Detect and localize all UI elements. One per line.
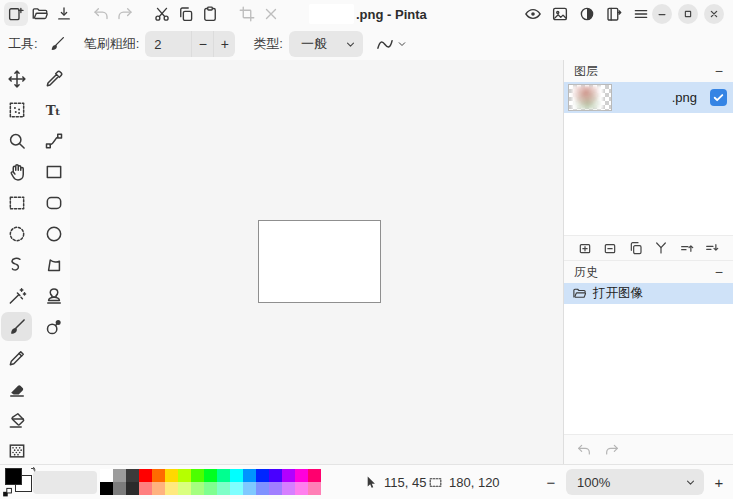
palette-swatch[interactable] [152,469,165,482]
palette-swatch[interactable] [113,469,126,482]
tool-recolor[interactable] [38,312,69,341]
reset-colors-icon[interactable] [2,487,13,498]
palette-swatch[interactable] [308,482,321,495]
tool-rectangle[interactable] [38,157,69,186]
palette-swatch[interactable] [126,482,139,495]
palette-swatch[interactable] [295,482,308,495]
palette-swatch[interactable] [269,482,282,495]
layer-row[interactable]: .png [564,82,733,113]
zoom-out-button[interactable]: − [543,465,559,499]
addins-icon[interactable] [602,2,626,26]
tool-paint-bucket[interactable] [1,405,32,434]
stroke-style-dropdown[interactable] [375,34,408,54]
palette-swatch[interactable] [282,469,295,482]
palette-swatch[interactable] [256,469,269,482]
undo-icon[interactable] [89,2,113,26]
close-button[interactable] [704,4,724,24]
copy-icon[interactable] [174,2,198,26]
layers-collapse-button[interactable]: − [715,64,723,78]
save-icon[interactable] [52,2,76,26]
paste-icon[interactable] [198,2,222,26]
palette-swatch[interactable] [217,482,230,495]
palette-swatch[interactable] [178,469,191,482]
palette-swatch[interactable] [308,469,321,482]
tool-rounded-rectangle[interactable] [38,188,69,217]
palette-swatch[interactable] [165,469,178,482]
add-layer-icon[interactable] [577,240,593,256]
redo-icon[interactable] [604,442,620,458]
palette-swatch[interactable] [113,482,126,495]
zoom-in-button[interactable]: + [711,465,727,499]
palette-swatch[interactable] [295,469,308,482]
image-icon[interactable] [548,2,572,26]
palette-swatch[interactable] [230,469,243,482]
history-collapse-button[interactable]: − [715,265,723,279]
duplicate-layer-icon[interactable] [628,240,644,256]
brush-width-decrease-button[interactable]: − [191,31,213,57]
palette-swatch[interactable] [243,482,256,495]
tool-ellipse[interactable] [38,219,69,248]
minimize-button[interactable] [652,4,672,24]
palette-swatch[interactable] [243,469,256,482]
history-item[interactable]: 打开图像 [564,283,733,304]
palette-swatch[interactable] [191,469,204,482]
brush-type-dropdown[interactable]: 一般 [289,31,363,57]
layer-visible-checkbox[interactable] [710,89,727,106]
crop-to-selection-icon[interactable] [235,2,259,26]
palette-swatch[interactable] [178,482,191,495]
palette-swatch[interactable] [282,482,295,495]
tool-text[interactable]: Tt [38,95,69,124]
palette-swatch[interactable] [217,469,230,482]
palette-swatch[interactable] [191,482,204,495]
tool-pencil[interactable] [1,343,32,372]
tool-lasso-select[interactable] [1,250,32,279]
paintbrush-icon[interactable] [46,33,68,55]
palette-swatch[interactable] [204,482,217,495]
merge-layer-down-icon[interactable] [653,240,669,256]
palette-swatch[interactable] [204,469,217,482]
palette-swatch[interactable] [139,482,152,495]
cut-icon[interactable] [150,2,174,26]
tool-clone-stamp[interactable] [38,281,69,310]
tool-freeform-shape[interactable] [38,250,69,279]
tool-line-curve[interactable] [38,126,69,155]
palette-swatch[interactable] [139,469,152,482]
palette-swatch[interactable] [256,482,269,495]
zoom-level-dropdown[interactable]: 100% [566,469,704,495]
lower-layer-icon[interactable] [704,240,720,256]
history-panel-title: 历史 [574,264,598,281]
palette-swatch[interactable] [126,469,139,482]
redo-icon[interactable] [113,2,137,26]
deselect-icon[interactable] [259,2,283,26]
eye-icon[interactable] [521,2,545,26]
palette-swatch[interactable] [100,469,113,482]
open-folder-icon[interactable] [28,2,52,26]
palette-swatch[interactable] [152,482,165,495]
palette-swatch[interactable] [100,482,113,495]
tool-ellipse-select[interactable] [1,219,32,248]
delete-layer-icon[interactable] [602,240,618,256]
tool-paintbrush[interactable] [1,312,32,341]
tool-gradient[interactable] [1,436,32,465]
tool-select-by-color[interactable] [1,95,32,124]
adjustments-icon[interactable] [575,2,599,26]
tool-pan[interactable] [1,157,32,186]
tool-color-picker[interactable] [38,64,69,93]
tool-magic-wand[interactable] [1,281,32,310]
canvas[interactable] [258,220,381,303]
palette-swatch[interactable] [269,469,282,482]
undo-icon[interactable] [576,442,592,458]
brush-width-increase-button[interactable]: + [213,31,235,57]
palette-swatch[interactable] [165,482,178,495]
raise-layer-icon[interactable] [679,240,695,256]
primary-color-swatch[interactable] [5,468,22,485]
tool-move-selection[interactable] [1,64,32,93]
brush-width-value[interactable]: 2 [145,31,191,57]
tool-rectangle-select[interactable] [1,188,32,217]
tool-zoom[interactable] [1,126,32,155]
palette-swatch[interactable] [230,482,243,495]
new-image-icon[interactable] [4,2,28,26]
main-menu-icon[interactable] [629,2,653,26]
tool-eraser[interactable] [1,374,32,403]
maximize-button[interactable] [678,4,698,24]
